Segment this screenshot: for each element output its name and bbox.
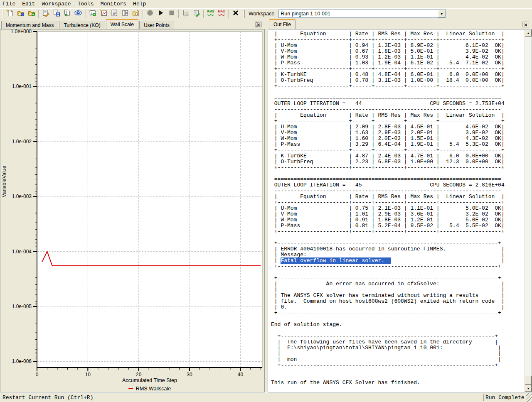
svg-text:1.0e-003: 1.0e-003 (12, 194, 32, 199)
export-pages-icon (64, 9, 71, 18)
out-file-tab-bar: Out File (268, 19, 532, 29)
edit-chart-button[interactable] (180, 9, 191, 19)
monitor-panel: Momentum and Mass Turbulence (KO) Wall S… (0, 19, 265, 392)
tab-turbulence-ko[interactable]: Turbulence (KO) (59, 21, 105, 29)
svg-text:1.0e-005: 1.0e-005 (12, 304, 32, 309)
resize-grip-icon[interactable] (526, 393, 532, 402)
tile-workspace-button[interactable] (120, 9, 131, 19)
scroll-up-button[interactable]: ▲ (525, 29, 532, 37)
svg-text:MAX: MAX (218, 10, 225, 13)
toolbar-grip[interactable] (244, 10, 245, 18)
report-button[interactable] (109, 9, 120, 19)
monitor-panel-close-button[interactable] (255, 22, 262, 27)
menu-monitors[interactable]: Monitors (101, 0, 130, 8)
stop-run-button[interactable] (166, 9, 177, 19)
edit-run-definition-button[interactable] (40, 9, 51, 19)
max-plot-button[interactable]: MAX (216, 9, 227, 19)
close-icon (524, 21, 527, 28)
svg-text:10: 10 (85, 372, 91, 377)
svg-text:1.0e-006: 1.0e-006 (12, 358, 32, 364)
tab-out-file[interactable]: Out File (269, 19, 296, 29)
toolbar-separator (228, 10, 229, 18)
run-status-badge: Run Complete (483, 394, 525, 401)
monitor-tab-bar: Momentum and Mass Turbulence (KO) Wall S… (0, 19, 265, 29)
report-icon (111, 9, 118, 18)
edit-monitor-button[interactable] (191, 9, 202, 19)
menu-workspace[interactable]: Workspace (42, 0, 74, 8)
scroll-down-button[interactable]: ▼ (525, 385, 532, 392)
status-bar: Restart Current Run (Ctrl+R) Run Complet… (0, 392, 532, 402)
record-button[interactable] (145, 9, 155, 19)
toolbar-grip[interactable] (85, 10, 86, 18)
svg-text:1.0e-004: 1.0e-004 (12, 249, 32, 255)
toolbar-grip[interactable] (2, 10, 3, 18)
toolbar-separator (178, 10, 179, 18)
new-run-button[interactable] (5, 9, 15, 19)
rms-plot-button[interactable]: RMS (205, 9, 216, 19)
chart-edit-icon (182, 9, 190, 18)
page-pencil-icon (42, 9, 49, 18)
out-file-panel: Out File | Equation | Rate | RMS Res | M… (268, 19, 532, 392)
x-axis-title: Accumulated Time Step (37, 377, 262, 383)
main-area: Momentum and Mass Turbulence (KO) Wall S… (0, 19, 532, 392)
workspace-label: Workspace (246, 11, 278, 17)
open-run-button[interactable] (15, 9, 26, 19)
chevron-down-icon[interactable]: ▼ (438, 10, 445, 17)
tab-wall-scale[interactable]: Wall Scale (106, 19, 138, 29)
svg-text:40: 40 (238, 372, 244, 377)
out-file-content: | Equation | Rate | RMS Res | Max Res | … (268, 29, 532, 392)
menu-help[interactable]: Help (133, 0, 149, 8)
save-workspace-button[interactable] (131, 9, 141, 19)
play-icon (157, 9, 165, 18)
svg-text:30: 30 (187, 372, 192, 377)
rms-plot-icon: RMS (207, 9, 214, 18)
cfx-solver-manager-window: { "menu": { "items": ["File", "Edit", "W… (0, 0, 532, 402)
save-run-button[interactable] (51, 9, 62, 19)
open-results-button[interactable] (26, 9, 37, 19)
toolbar: RMS MAX Workspace ▼ (0, 8, 532, 19)
workspace-combo[interactable]: ▼ (278, 10, 446, 18)
legend-label: RMS Wallscale (136, 386, 171, 392)
record-circle-icon (146, 9, 154, 18)
show-monitors-button[interactable] (73, 9, 84, 19)
wall-scale-chart: 1.0e+0001.0e-0011.0e-0021.0e-0031.0e-004… (0, 29, 265, 392)
open-folder-check-icon (28, 9, 35, 18)
svg-text:0: 0 (36, 372, 39, 377)
tab-user-points[interactable]: User Points (139, 21, 174, 29)
svg-text:1.0e-002: 1.0e-002 (12, 139, 32, 145)
menu-file[interactable]: File (2, 0, 19, 8)
stop-square-icon (168, 9, 175, 18)
new-monitor-button[interactable] (98, 9, 109, 19)
panel-divider[interactable] (265, 19, 268, 392)
menu-tools[interactable]: Tools (78, 0, 97, 8)
menu-edit[interactable]: Edit (22, 0, 38, 8)
toolbar-separator (143, 10, 143, 18)
menu-bar: File Edit Workspace Tools Monitors Help (0, 0, 532, 8)
out-file-text[interactable]: | Equation | Rate | RMS Res | Max Res | … (268, 29, 525, 392)
workspace-combo-input[interactable] (279, 10, 438, 17)
export-button[interactable] (62, 9, 73, 19)
svg-text:1.0e+000: 1.0e+000 (11, 29, 32, 34)
status-message: Restart Current Run (Ctrl+R) (2, 395, 483, 401)
scrollbar-thumb[interactable] (525, 376, 532, 385)
toolbar-separator (203, 10, 204, 18)
out-file-panel-close-button[interactable] (522, 22, 529, 27)
open-folder-run-icon (17, 9, 25, 18)
close-icon (257, 21, 260, 28)
arrow-down-icon: ▼ (527, 387, 530, 390)
chart-plot-area: 1.0e+0001.0e-0011.0e-0021.0e-0031.0e-004… (0, 29, 264, 392)
save-disk-icon (53, 9, 60, 18)
svg-text:1.0e-001: 1.0e-001 (12, 83, 32, 89)
eye-icon (74, 9, 82, 18)
max-plot-icon: MAX (218, 9, 225, 18)
close-icon (232, 9, 239, 18)
pages-check-icon (89, 9, 96, 18)
svg-text:20: 20 (136, 372, 142, 377)
define-run-button[interactable] (87, 9, 98, 19)
out-file-scrollbar[interactable]: ▲ ▼ (525, 29, 532, 392)
start-run-button[interactable] (155, 9, 166, 19)
folder-layout-icon (132, 9, 140, 18)
close-workspace-button[interactable] (230, 9, 241, 19)
y-axis-title: VariableValue (1, 166, 7, 197)
tab-momentum-and-mass[interactable]: Momentum and Mass (1, 21, 58, 29)
